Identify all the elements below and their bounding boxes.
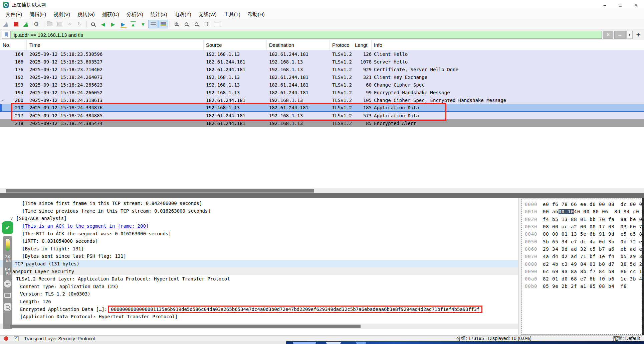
filter-add-button[interactable]: + <box>634 31 642 39</box>
hex-row[interactable]: 006029 34 9d ad 32 c5 b7 a6eb ad ea <box>521 245 642 253</box>
first-packet-button[interactable]: ▲ <box>128 20 138 28</box>
detail-line[interactable]: TCP payload (131 bytes) <box>0 260 518 268</box>
packet-list-hscrollbar[interactable] <box>0 188 644 193</box>
auto-scroll-toggle[interactable] <box>148 20 158 28</box>
detail-line[interactable]: [Time since first frame in this TCP stre… <box>0 200 518 207</box>
go-to-packet-button[interactable]: ▶ <box>118 20 128 28</box>
colorize-toggle[interactable] <box>158 20 168 28</box>
save-file-button[interactable] <box>55 20 64 28</box>
detail-line[interactable]: [This is an ACK to the segment in frame:… <box>0 222 518 230</box>
filter-clear-button[interactable]: × <box>603 31 613 39</box>
detail-line[interactable]: ∨ TLSv1.2 Record Layer: Application Data… <box>0 275 518 283</box>
hscrollbar-thumb[interactable] <box>6 189 314 193</box>
column-preferences-button[interactable] <box>212 20 221 28</box>
stop-capture-button[interactable] <box>11 20 21 28</box>
zoom-in-button[interactable]: + <box>172 20 181 28</box>
packet-row[interactable]: 164 2025-09-12 15:18:23.530596 192.168.1… <box>0 50 644 58</box>
menu-item[interactable]: 视图(V) <box>50 10 74 19</box>
zoom-reset-button[interactable] <box>192 20 201 28</box>
detail-line[interactable]: Content Type: Application Data (23) <box>0 283 518 291</box>
detail-line[interactable]: [Time since previous frame in this TCP s… <box>0 207 518 215</box>
hex-row[interactable]: 00a082 01 d0 68 e7 6b f0 b61c 3b 4b <box>521 275 642 282</box>
detail-line[interactable]: Length: 126 <box>0 298 518 306</box>
start-capture-button[interactable] <box>1 20 11 28</box>
restart-capture-button[interactable] <box>21 20 31 28</box>
menu-item[interactable]: 跳转(G) <box>74 10 98 19</box>
overlay-shield-check-icon[interactable]: ✔ <box>2 221 13 234</box>
packet-row[interactable]: 210 2025-09-12 15:18:24.334876 192.168.1… <box>0 104 644 112</box>
menu-item[interactable]: 工具(T) <box>220 10 244 19</box>
hex-row[interactable]: 001000 ab 00 10 40 00 80 068d 94 c0 <box>521 208 642 215</box>
camera-icon[interactable] <box>4 280 11 288</box>
detail-line[interactable]: [The RTT to ACK the segment was: 0.01626… <box>0 230 518 237</box>
hex-row[interactable]: 0000e0 f6 78 66 ee d0 00 08dc 00 02 <box>521 201 642 208</box>
filter-bookmark-button[interactable] <box>2 31 11 39</box>
packet-row[interactable]: 166 2025-09-12 15:18:23.603527 182.61.24… <box>0 58 644 66</box>
menu-item[interactable]: 无线(W) <box>195 10 220 19</box>
filter-dropdown-button[interactable]: ▼ <box>626 31 633 39</box>
menu-item[interactable]: 编辑(E) <box>26 10 50 19</box>
column-header[interactable]: Info <box>372 40 644 50</box>
column-header[interactable]: Destination <box>267 40 330 50</box>
close-file-button[interactable]: × <box>65 20 74 28</box>
pane-splitter[interactable] <box>0 193 644 198</box>
menu-item[interactable]: 帮助(H) <box>244 10 268 19</box>
minimize-button[interactable]: – <box>597 0 613 10</box>
hex-row[interactable]: 0020f4 b5 13 88 01 bb 70 fa8a be 0b <box>521 216 642 223</box>
hex-row[interactable]: 00b005 9e 2b 2f a1 85 08 b4f8 <box>521 282 642 290</box>
previous-packet-button[interactable]: ◀ <box>98 20 108 28</box>
resize-columns-button[interactable] <box>202 20 211 28</box>
open-file-button[interactable] <box>45 20 54 28</box>
detail-line[interactable]: [Application Data Protocol: Hypertext Tr… <box>0 313 518 321</box>
packet-row[interactable]: 192 2025-09-12 15:18:24.264073 192.168.1… <box>0 73 644 81</box>
detail-line[interactable]: Transport Layer Security <box>0 267 518 275</box>
filter-apply-button[interactable]: → <box>614 31 626 39</box>
detail-line[interactable]: ∨ [SEQ/ACK analysis] <box>0 215 518 222</box>
detail-hscrollbar[interactable] <box>0 324 518 329</box>
close-button[interactable]: × <box>628 0 644 10</box>
hex-row[interactable]: 004000 00 01 13 5e 6b 91 9de5 d5 86 <box>521 230 642 238</box>
column-header[interactable]: No. <box>0 40 27 50</box>
packet-row[interactable]: 176 2025-09-12 15:18:23.710402 182.61.24… <box>0 66 644 73</box>
hex-row[interactable]: 00906c 69 9a 8a 8b f7 84 b8e6 cc 1f <box>521 268 642 275</box>
display-filter-input[interactable] <box>11 31 602 39</box>
packet-row[interactable]: 217 2025-09-12 15:18:24.384885 182.61.24… <box>0 112 644 119</box>
expert-info-icon[interactable] <box>4 336 8 341</box>
menu-item[interactable]: 统计(S) <box>147 10 171 19</box>
hex-row[interactable]: 0080d2 4b c3 49 84 03 b0 d738 5d 2c <box>521 260 642 267</box>
detail-line[interactable]: Version: TLS 1.2 (0x0303) <box>0 290 518 298</box>
detail-line[interactable]: [Bytes in flight: 131] <box>0 245 518 253</box>
detail-line[interactable]: [Bytes sent since last PSH flag: 131] <box>0 252 518 260</box>
expand-arrow-icon[interactable]: ∨ <box>10 216 16 221</box>
next-packet-button[interactable]: ▶ <box>108 20 118 28</box>
packet-row[interactable]: 218 2025-09-12 15:18:24.385474 182.61.24… <box>0 119 644 127</box>
hex-row[interactable]: 003008 00 ac a2 00 00 17 0303 00 7e <box>521 223 642 230</box>
find-packet-button[interactable] <box>88 20 98 28</box>
packet-row[interactable]: 194 2025-09-12 15:18:24.266052 192.168.1… <box>0 89 644 96</box>
zoom-out-button[interactable]: − <box>182 20 191 28</box>
column-header[interactable]: Protoco <box>330 40 354 50</box>
hscrollbar-thumb[interactable] <box>10 325 361 328</box>
capture-options-button[interactable]: ⚙ <box>31 20 41 28</box>
hex-row[interactable]: 00704a d4 d2 ad 71 bf 1e f4b5 a9 3f <box>521 253 642 260</box>
screenshot-icon[interactable] <box>4 293 11 298</box>
menu-item[interactable]: 文件(F) <box>2 10 26 19</box>
magnifier-icon[interactable] <box>4 303 11 311</box>
reload-file-button[interactable]: ↻ <box>75 20 84 28</box>
status-profile[interactable]: 配置: Default <box>613 336 640 342</box>
menu-item[interactable]: 分析(A) <box>123 10 147 19</box>
hex-row[interactable]: 00505b 65 34 e7 dc 4a 0d 3b0d 72 e4 <box>521 238 642 245</box>
packet-row[interactable]: 193 2025-09-12 15:18:24.265623 192.168.1… <box>0 81 644 89</box>
capture-comment-icon[interactable] <box>14 336 19 341</box>
detail-line[interactable]: Encrypted Application Data […]: 00000000… <box>0 305 518 313</box>
column-header[interactable]: Source <box>204 40 267 50</box>
menu-item[interactable]: 电话(Y) <box>171 10 195 19</box>
last-packet-button[interactable]: ▼ <box>138 20 148 28</box>
maximize-button[interactable]: □ <box>613 0 628 10</box>
menu-item[interactable]: 捕获(C) <box>98 10 123 19</box>
pane-divider[interactable] <box>518 198 521 335</box>
column-header[interactable]: Lengt <box>354 40 372 50</box>
detail-line[interactable]: [iRTT: 0.031054000 seconds] <box>0 237 518 245</box>
packet-row[interactable]: ✓ 200 2025-09-12 15:18:24.318613 182.61.… <box>0 96 644 104</box>
column-header[interactable]: Time <box>27 40 204 50</box>
